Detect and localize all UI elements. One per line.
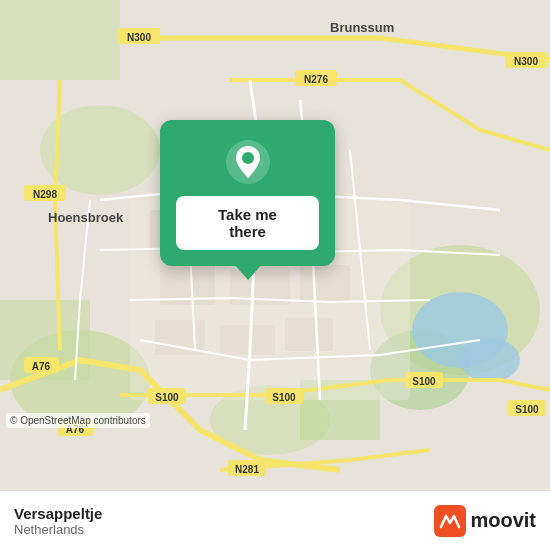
location-name: Versappeltje bbox=[14, 505, 102, 522]
svg-point-46 bbox=[242, 152, 254, 164]
svg-text:S100: S100 bbox=[515, 404, 539, 415]
svg-point-10 bbox=[460, 338, 520, 382]
svg-text:N281: N281 bbox=[235, 464, 259, 475]
svg-rect-20 bbox=[285, 318, 333, 351]
popup-card: Take me there bbox=[160, 120, 335, 266]
moovit-icon bbox=[434, 505, 466, 537]
moovit-text: moovit bbox=[470, 509, 536, 532]
take-me-there-button[interactable]: Take me there bbox=[176, 196, 319, 250]
moovit-logo: moovit bbox=[434, 505, 536, 537]
svg-text:N300: N300 bbox=[127, 32, 151, 43]
svg-rect-17 bbox=[300, 265, 350, 303]
svg-text:Hoensbroek: Hoensbroek bbox=[48, 210, 124, 225]
map-container: N300 N300 N276 N298 A76 S100 S100 S100 S… bbox=[0, 0, 550, 490]
svg-text:N276: N276 bbox=[304, 74, 328, 85]
svg-text:Brunssum: Brunssum bbox=[330, 20, 394, 35]
svg-text:N300: N300 bbox=[514, 56, 538, 67]
svg-text:S100: S100 bbox=[155, 392, 179, 403]
svg-text:S100: S100 bbox=[272, 392, 296, 403]
location-info: Versappeltje Netherlands bbox=[14, 505, 102, 537]
location-country: Netherlands bbox=[14, 522, 102, 537]
svg-text:N298: N298 bbox=[33, 189, 57, 200]
svg-rect-5 bbox=[0, 0, 120, 80]
svg-rect-19 bbox=[220, 325, 275, 355]
svg-text:S100: S100 bbox=[412, 376, 436, 387]
bottom-bar: Versappeltje Netherlands moovit bbox=[0, 490, 550, 550]
location-pin-icon bbox=[224, 138, 272, 186]
osm-credit: © OpenStreetMap contributors bbox=[6, 413, 150, 428]
svg-text:A76: A76 bbox=[32, 361, 51, 372]
